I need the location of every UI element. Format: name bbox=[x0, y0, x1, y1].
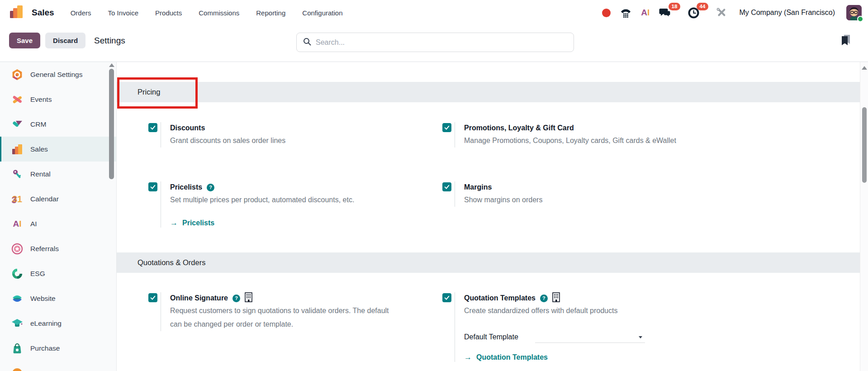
sales-icon bbox=[11, 143, 24, 156]
discard-button[interactable]: Discard bbox=[45, 33, 85, 48]
company-switcher[interactable]: My Company (San Francisco) bbox=[739, 9, 835, 17]
setting-online-signature: Online Signature bbox=[148, 292, 398, 331]
sidebar-item-crm[interactable]: CRM bbox=[0, 112, 116, 137]
arrow-right-icon bbox=[464, 353, 472, 362]
sales-settings-page: Sales Orders To Invoice Products Commiss… bbox=[0, 0, 868, 371]
arrow-right-icon bbox=[170, 219, 178, 228]
activities-menu[interactable]: 44 bbox=[688, 7, 699, 19]
events-icon bbox=[11, 93, 24, 106]
pricelists-link[interactable]: Pricelists bbox=[170, 219, 354, 228]
settings-sidebar: General Settings Events bbox=[0, 62, 117, 371]
quotation-templates-link[interactable]: Quotation Templates bbox=[464, 353, 645, 362]
main-menu: Orders To Invoice Products Commissions R… bbox=[71, 9, 343, 17]
general-settings-icon bbox=[11, 68, 24, 81]
activities-count-badge: 44 bbox=[697, 3, 709, 10]
sidebar-item-purchase[interactable]: Purchase bbox=[0, 336, 116, 361]
messages-menu[interactable]: 18 bbox=[659, 7, 671, 18]
app-name: Sales bbox=[32, 8, 54, 18]
sidebar-item-events[interactable]: Events bbox=[0, 87, 116, 112]
sidebar-item-partial[interactable] bbox=[0, 361, 116, 371]
sidebar-item-calendar[interactable]: Calendar bbox=[0, 186, 116, 211]
purchase-icon bbox=[11, 342, 24, 355]
menu-products[interactable]: Products bbox=[155, 9, 182, 17]
bookmark-icon[interactable] bbox=[840, 34, 851, 48]
sidebar-item-general-settings[interactable]: General Settings bbox=[0, 62, 116, 87]
referrals-medal-icon bbox=[11, 243, 24, 255]
partial-app-icon bbox=[11, 367, 24, 371]
sidebar-item-sales[interactable]: Sales bbox=[0, 137, 116, 162]
sidebar-item-elearning[interactable]: eLearning bbox=[0, 311, 116, 336]
setting-margins: Margins Show margins on orders bbox=[442, 181, 542, 207]
default-template-dropdown[interactable] bbox=[535, 331, 645, 343]
help-icon[interactable] bbox=[540, 295, 548, 302]
main-scrollbar[interactable] bbox=[860, 62, 868, 371]
setting-discounts: Discounts Grant discounts on sales order… bbox=[148, 122, 285, 147]
website-icon bbox=[11, 292, 24, 305]
save-button[interactable]: Save bbox=[9, 33, 40, 48]
menu-to-invoice[interactable]: To Invoice bbox=[108, 9, 139, 17]
sidebar-scroll-up-arrow[interactable] bbox=[109, 63, 114, 67]
ai-systray-icon[interactable] bbox=[641, 8, 650, 18]
sidebar-item-website[interactable]: Website bbox=[0, 286, 116, 311]
pricelists-checkbox[interactable] bbox=[148, 182, 157, 191]
search-bar[interactable] bbox=[296, 33, 574, 52]
page-title: Settings bbox=[94, 36, 125, 46]
sidebar-item-esg[interactable]: ESG bbox=[0, 261, 116, 286]
setting-promotions: Promotions, Loyalty & Gift Card Manage P… bbox=[442, 122, 676, 147]
setting-quotation-templates: Quotation Templates bbox=[442, 292, 645, 362]
top-navbar: Sales Orders To Invoice Products Commiss… bbox=[0, 0, 868, 25]
chevron-down-icon bbox=[639, 336, 642, 338]
section-header-pricing: Pricing bbox=[117, 82, 860, 102]
sidebar-item-rental[interactable]: Rental bbox=[0, 162, 116, 186]
search-input[interactable] bbox=[316, 38, 567, 47]
sidebar-item-referrals[interactable]: Referrals bbox=[0, 236, 116, 261]
user-avatar[interactable] bbox=[846, 5, 862, 20]
elearning-icon bbox=[11, 317, 24, 330]
rental-key-icon bbox=[11, 168, 24, 181]
help-icon[interactable] bbox=[207, 184, 214, 191]
sales-app-logo-icon bbox=[9, 5, 24, 21]
sidebar-scrollbar-thumb[interactable] bbox=[109, 69, 114, 179]
multi-company-building-icon bbox=[245, 292, 252, 304]
crm-icon bbox=[11, 118, 24, 131]
systray: 18 44 My Company bbox=[602, 5, 862, 20]
default-template-field-row: Default Template bbox=[464, 329, 645, 343]
messages-count-badge: 18 bbox=[669, 3, 681, 10]
calendar-31-icon bbox=[11, 193, 24, 205]
settings-body: General Settings Events bbox=[0, 62, 868, 371]
online-signature-checkbox[interactable] bbox=[148, 293, 157, 302]
menu-commissions[interactable]: Commissions bbox=[199, 9, 239, 17]
setting-pricelists: Pricelists Set multiple prices per produ… bbox=[148, 181, 354, 228]
main-scrollbar-thumb[interactable] bbox=[862, 107, 867, 183]
margins-checkbox[interactable] bbox=[442, 182, 451, 191]
sidebar-item-ai[interactable]: AI bbox=[0, 211, 116, 236]
menu-configuration[interactable]: Configuration bbox=[302, 9, 342, 17]
online-status-dot bbox=[857, 16, 863, 22]
help-icon[interactable] bbox=[232, 295, 240, 302]
search-icon bbox=[303, 38, 311, 48]
voip-phone-icon[interactable] bbox=[620, 8, 631, 18]
discounts-checkbox[interactable] bbox=[148, 123, 157, 132]
app-switcher[interactable]: Sales bbox=[9, 5, 54, 21]
menu-reporting[interactable]: Reporting bbox=[256, 9, 285, 17]
default-template-label: Default Template bbox=[464, 331, 535, 343]
multi-company-building-icon bbox=[552, 292, 560, 304]
scroll-up-arrow[interactable] bbox=[862, 66, 867, 70]
debug-tools-icon[interactable] bbox=[716, 7, 727, 18]
ai-icon bbox=[11, 218, 24, 230]
quotation-templates-checkbox[interactable] bbox=[442, 293, 451, 302]
record-indicator-icon bbox=[602, 9, 611, 17]
control-panel: Save Discard Settings bbox=[0, 25, 868, 62]
settings-content: Pricing Discounts Grant discounts on sal… bbox=[117, 62, 860, 371]
esg-icon bbox=[11, 267, 24, 280]
menu-orders[interactable]: Orders bbox=[71, 9, 91, 17]
section-header-quotations-orders: Quotations & Orders bbox=[117, 252, 860, 273]
promotions-checkbox[interactable] bbox=[442, 123, 451, 132]
